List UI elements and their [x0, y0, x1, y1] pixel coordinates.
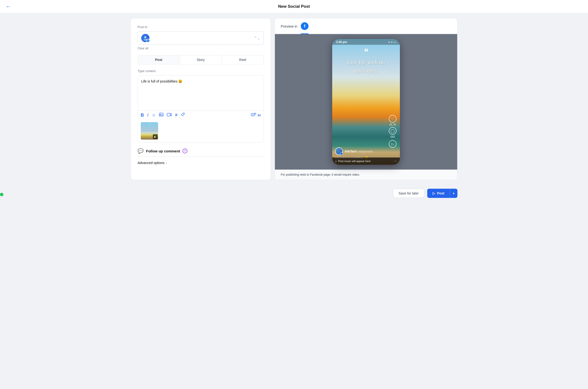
post-dropdown-chevron-icon: ▾	[453, 192, 455, 195]
preview-label: Preview in	[281, 24, 297, 32]
wifi-icon: ▾	[391, 41, 393, 44]
status-indicator-dot	[0, 193, 3, 196]
profile-avatar	[335, 147, 343, 155]
comment-count: 560	[390, 135, 395, 138]
ai-button[interactable]: AI	[251, 112, 261, 118]
svg-rect-2	[159, 113, 163, 116]
share-icon: ▷	[389, 140, 397, 148]
share-button[interactable]: ▷	[389, 140, 397, 148]
tab-story[interactable]: Story	[180, 55, 222, 64]
italic-icon[interactable]: I	[147, 113, 148, 117]
profile-name: InfoTech	[345, 150, 357, 153]
content-editor-box: Life is full of possibilities.😀 B I ☺	[138, 75, 264, 143]
preview-header: Preview in f	[275, 18, 457, 34]
music-info: ♪ Post music will appear here	[335, 160, 371, 163]
preview-facebook-tab[interactable]: f	[301, 22, 309, 34]
bold-icon[interactable]: B	[141, 113, 144, 117]
post-type-tabs: Post Story Reel	[138, 55, 264, 64]
phone-background: ❝ Live life with no apologies. ♡ 25.7K ◯…	[332, 39, 400, 165]
send-icon: ▷	[433, 191, 435, 195]
music-text: Post music will appear here	[338, 160, 371, 162]
main-layout: Post to f ⌃⌄ Clear all	[125, 13, 463, 185]
disclaimer-text: For publishing reels to Facebook page, i…	[275, 170, 457, 180]
content-label: Type content	[138, 69, 264, 73]
comment-bubble-icon: 💬	[138, 148, 144, 154]
right-panel: Preview in f 3:30 pm ⊙ ▾ ▭	[275, 18, 457, 180]
post-to-account: f	[141, 34, 149, 42]
follow-up-section: 💬 Follow up comment ?	[138, 143, 264, 157]
advanced-chevron-icon: ›	[166, 161, 167, 165]
header: ← New Social Post	[0, 0, 588, 13]
battery-icon: ▭	[394, 41, 396, 44]
emoji-icon[interactable]: ☺	[152, 113, 156, 117]
page-title: New Social Post	[278, 4, 310, 9]
post-to-selector[interactable]: f ⌃⌄	[138, 31, 264, 45]
profile-info: InfoTech reallygreatsite	[345, 149, 373, 153]
profile-facebook-dot	[340, 152, 343, 155]
content-textarea[interactable]: Life is full of possibilities.😀	[138, 75, 264, 109]
status-icons: ⊙ ▾ ▭	[388, 41, 396, 44]
music-more-icon[interactable]: ···	[394, 159, 397, 163]
facebook-badge: f	[146, 39, 150, 43]
phone-time: 3:30 pm	[336, 40, 347, 44]
avatar-wrapper: f	[141, 34, 149, 42]
tab-post[interactable]: Post	[138, 55, 180, 64]
tag-icon[interactable]	[181, 112, 185, 118]
like-count: 25.7K	[389, 123, 396, 126]
post-button-label: Post	[437, 191, 444, 195]
post-dropdown-button[interactable]: ▾	[450, 189, 457, 198]
quote-mark: ❝	[364, 47, 368, 56]
bottom-action-bar: Save for later ▷ Post ▾	[125, 185, 463, 202]
svg-point-3	[160, 114, 161, 114]
like-button[interactable]: ♡ 25.7K	[389, 115, 397, 126]
back-arrow-icon: ←	[6, 3, 11, 10]
phone-status-bar: 3:30 pm ⊙ ▾ ▭	[332, 39, 400, 45]
clear-all-link[interactable]: Clear all	[138, 47, 148, 50]
media-thumbnail[interactable]: ❝ ▶	[138, 122, 264, 140]
svg-rect-4	[167, 113, 170, 116]
help-icon[interactable]: ?	[182, 149, 187, 153]
comment-icon: ◯	[389, 127, 397, 135]
hashtag-icon[interactable]: #	[175, 113, 177, 118]
post-button-group: ▷ Post ▾	[427, 189, 457, 198]
post-button[interactable]: ▷ Post	[427, 189, 450, 198]
selector-chevron-icon: ⌃⌄	[254, 36, 260, 40]
music-bar: ♪ Post music will appear here ···	[332, 158, 400, 165]
music-note-icon: ♪	[335, 160, 337, 163]
heart-icon: ♡	[389, 115, 397, 123]
ai-icon	[251, 112, 256, 118]
advanced-options-label: Advanced options	[138, 161, 164, 165]
follow-up-label: Follow up comment	[146, 149, 180, 153]
image-icon[interactable]	[159, 112, 163, 118]
video-icon[interactable]	[167, 113, 172, 118]
video-play-overlay: ▶	[153, 134, 158, 139]
svg-point-5	[183, 114, 184, 114]
svg-rect-7	[255, 113, 256, 114]
preview-area: 3:30 pm ⊙ ▾ ▭ ❝ Live life with no apolog…	[275, 34, 457, 170]
wifi-hotspot-icon: ⊙	[388, 41, 390, 44]
facebook-logo-icon: f	[301, 22, 309, 30]
left-panel: Post to f ⌃⌄ Clear all	[131, 18, 271, 180]
post-to-label: Post to	[138, 25, 264, 29]
save-later-button[interactable]: Save for later	[393, 189, 424, 198]
back-button[interactable]: ←	[6, 3, 11, 10]
editor-toolbar: B I ☺ #	[138, 110, 264, 120]
play-icon: ▶	[154, 135, 156, 138]
tab-reel[interactable]: Reel	[222, 55, 264, 64]
profile-row: InfoTech reallygreatsite	[335, 147, 385, 155]
advanced-options-toggle[interactable]: Advanced options ›	[138, 157, 264, 167]
comment-button[interactable]: ◯ 560	[389, 127, 397, 138]
phone-mockup: 3:30 pm ⊙ ▾ ▭ ❝ Live life with no apolog…	[332, 39, 400, 165]
svg-point-0	[144, 36, 147, 38]
quote-text: Live life with no apologies.	[337, 58, 395, 74]
ai-label: AI	[258, 113, 261, 117]
profile-handle: reallygreatsite	[358, 150, 373, 153]
